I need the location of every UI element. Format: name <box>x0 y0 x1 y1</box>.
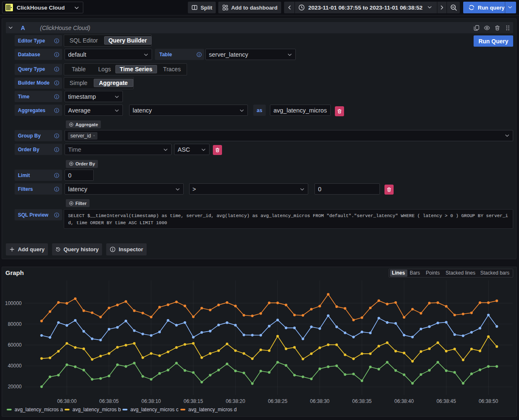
svg-text:40000: 40000 <box>8 363 22 369</box>
svg-text:06:38:50: 06:38:50 <box>479 398 498 404</box>
svg-text:06:38:10: 06:38:10 <box>142 398 161 404</box>
svg-text:06:38:40: 06:38:40 <box>394 398 414 404</box>
svg-text:06:38:30: 06:38:30 <box>310 398 329 404</box>
svg-text:100000: 100000 <box>5 300 22 306</box>
svg-text:06:38:05: 06:38:05 <box>99 398 119 404</box>
svg-text:06:38:20: 06:38:20 <box>226 398 245 404</box>
svg-text:60000: 60000 <box>8 342 22 348</box>
svg-text:06:38:00: 06:38:00 <box>57 398 77 404</box>
svg-text:80000: 80000 <box>8 321 22 327</box>
svg-text:06:38:25: 06:38:25 <box>268 398 287 404</box>
svg-text:20000: 20000 <box>8 384 22 390</box>
svg-text:06:38:45: 06:38:45 <box>437 398 456 404</box>
svg-text:06:38:35: 06:38:35 <box>352 398 372 404</box>
svg-text:06:38:15: 06:38:15 <box>184 398 203 404</box>
